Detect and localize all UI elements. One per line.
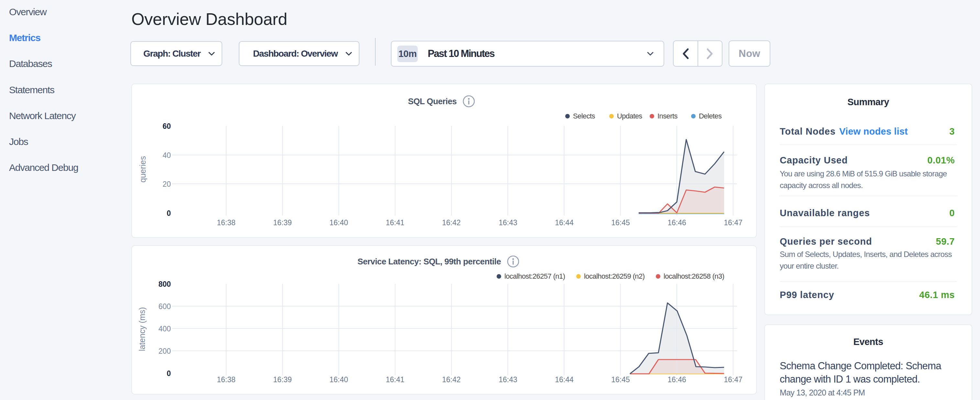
svg-text:60: 60 xyxy=(162,122,171,131)
svg-text:16:38: 16:38 xyxy=(217,218,235,227)
svg-text:16:39: 16:39 xyxy=(273,218,292,227)
svg-text:16:45: 16:45 xyxy=(611,218,630,227)
svg-text:0: 0 xyxy=(167,369,171,378)
svg-text:16:44: 16:44 xyxy=(555,375,574,384)
svg-text:200: 200 xyxy=(159,347,171,355)
svg-text:16:41: 16:41 xyxy=(386,218,404,227)
svg-text:queries: queries xyxy=(138,156,147,183)
svg-text:16:46: 16:46 xyxy=(667,375,686,384)
svg-text:16:38: 16:38 xyxy=(217,375,235,384)
svg-text:latency (ms): latency (ms) xyxy=(137,307,146,351)
svg-text:16:45: 16:45 xyxy=(611,375,630,384)
svg-text:16:44: 16:44 xyxy=(555,218,574,227)
svg-text:16:43: 16:43 xyxy=(499,218,517,227)
svg-text:0: 0 xyxy=(167,209,171,217)
svg-text:16:39: 16:39 xyxy=(273,375,292,384)
svg-text:20: 20 xyxy=(162,180,171,188)
svg-text:16:46: 16:46 xyxy=(667,218,686,227)
svg-text:400: 400 xyxy=(159,325,171,333)
svg-text:16:40: 16:40 xyxy=(329,375,348,384)
svg-text:600: 600 xyxy=(159,302,171,311)
svg-text:16:42: 16:42 xyxy=(442,375,461,384)
svg-text:16:43: 16:43 xyxy=(499,375,517,384)
svg-text:40: 40 xyxy=(162,151,171,159)
svg-text:16:47: 16:47 xyxy=(724,375,743,384)
svg-text:16:40: 16:40 xyxy=(329,218,348,227)
svg-text:16:47: 16:47 xyxy=(724,218,743,227)
svg-text:800: 800 xyxy=(159,280,171,288)
svg-text:16:41: 16:41 xyxy=(386,375,404,384)
svg-text:16:42: 16:42 xyxy=(442,218,461,227)
